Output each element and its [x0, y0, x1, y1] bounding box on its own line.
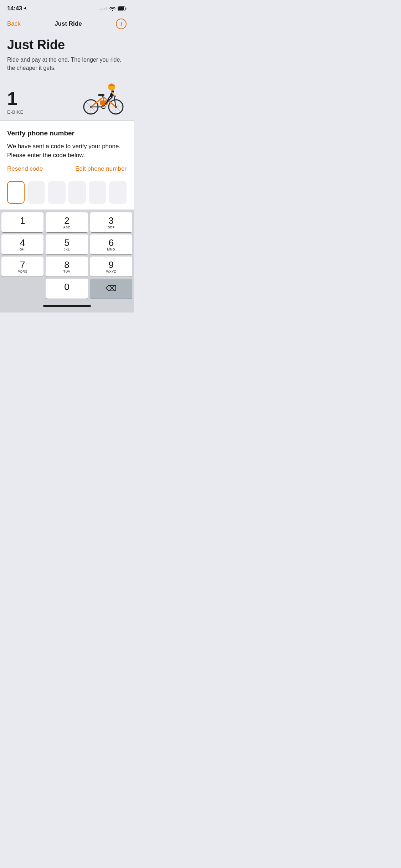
key-4[interactable]: 4 GHI [1, 234, 43, 254]
delete-icon: ⌫ [106, 284, 117, 293]
header-section: Just Ride Ride and pay at the end. The l… [0, 34, 134, 72]
status-bar: 14:43 ➤ [0, 0, 134, 15]
key-9[interactable]: 9 WXYZ [90, 257, 132, 277]
status-icons [99, 6, 127, 11]
page-subtitle: Ride and pay at the end. The longer you … [7, 56, 127, 72]
keyboard: 1 2 ABC 3 DEF 4 GHI 5 JKL 6 MNO 7 PQRS [0, 210, 134, 302]
back-button[interactable]: Back [7, 20, 21, 27]
edit-phone-button[interactable]: Edit phone number [75, 165, 127, 172]
key-3[interactable]: 3 DEF [90, 212, 132, 232]
home-indicator [0, 302, 134, 312]
resend-code-button[interactable]: Resend code [7, 165, 43, 172]
bike-label: E-BIKE [7, 109, 24, 115]
nav-title: Just Ride [55, 20, 82, 27]
code-box-6[interactable] [109, 181, 127, 204]
keyboard-row-2: 4 GHI 5 JKL 6 MNO [1, 234, 132, 254]
key-2[interactable]: 2 ABC [46, 212, 88, 232]
svg-rect-2 [118, 7, 124, 10]
key-empty-left [1, 279, 43, 299]
verify-links: Resend code Edit phone number [7, 165, 127, 172]
key-0[interactable]: 0 [46, 279, 88, 299]
battery-icon [118, 6, 127, 11]
page-title: Just Ride [7, 38, 127, 52]
info-button[interactable]: i [116, 19, 127, 29]
signal-icon [99, 7, 107, 10]
bike-illustration [80, 83, 127, 115]
keyboard-row-4: 0 ⌫ [1, 279, 132, 299]
bike-count: 1 E-BIKE [7, 89, 24, 115]
nav-bar: Back Just Ride i [0, 15, 134, 34]
code-box-5[interactable] [89, 181, 106, 204]
key-7[interactable]: 7 PQRS [1, 257, 43, 277]
status-time: 14:43 [7, 5, 22, 12]
keyboard-row-1: 1 2 ABC 3 DEF [1, 212, 132, 232]
svg-rect-12 [98, 94, 104, 96]
code-box-2[interactable] [27, 181, 45, 204]
home-bar [43, 305, 91, 307]
verify-section: Verify phone number We have sent a code … [0, 121, 134, 210]
bike-image [80, 83, 127, 115]
delete-key[interactable]: ⌫ [90, 279, 132, 299]
location-arrow-icon: ➤ [22, 6, 28, 12]
key-1[interactable]: 1 [1, 212, 43, 232]
code-input-boxes [7, 181, 127, 204]
code-box-3[interactable] [48, 181, 65, 204]
key-6[interactable]: 6 MNO [90, 234, 132, 254]
key-5[interactable]: 5 JKL [46, 234, 88, 254]
keyboard-row-3: 7 PQRS 8 TUV 9 WXYZ [1, 257, 132, 277]
bike-info-row: 1 E-BIKE [0, 79, 134, 121]
svg-rect-1 [125, 8, 127, 10]
bike-number: 1 [7, 89, 24, 108]
code-box-1[interactable] [7, 181, 25, 204]
wifi-icon [109, 6, 115, 11]
verify-description: We have sent a code to verify your phone… [7, 142, 127, 160]
code-box-4[interactable] [68, 181, 86, 204]
key-8[interactable]: 8 TUV [46, 257, 88, 277]
verify-title: Verify phone number [7, 129, 127, 137]
